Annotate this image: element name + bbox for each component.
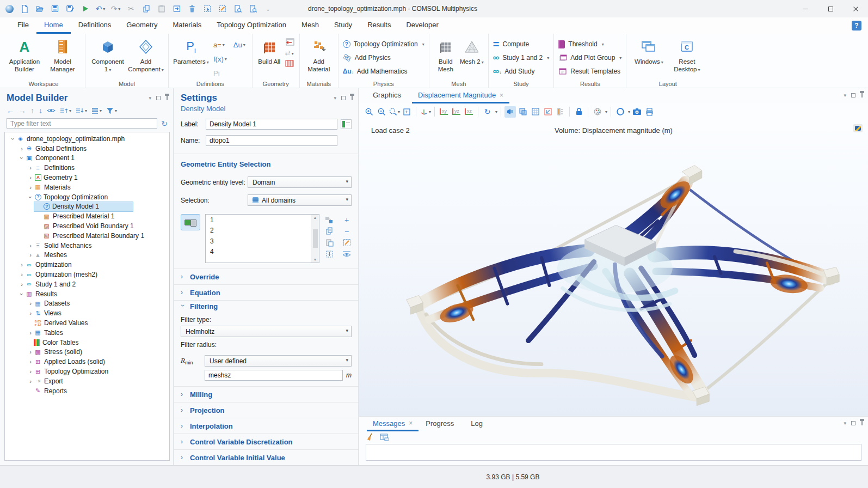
expand-arrow-icon[interactable]: ›	[27, 368, 34, 375]
tree-item[interactable]: ▩ Prescribed Material 1	[34, 211, 133, 221]
app-logo-icon[interactable]	[5, 5, 14, 13]
tree-item[interactable]: › ▦ Tables	[26, 328, 124, 338]
result-templates-button[interactable]: Result Templates	[558, 65, 621, 77]
nonlocal-couplings-button[interactable]: Δu▾	[233, 38, 245, 52]
save-as-icon[interactable]	[65, 4, 75, 14]
clear-messages-icon[interactable]	[367, 433, 374, 441]
back-icon[interactable]: ←	[7, 106, 14, 115]
ribbon-tab[interactable]: Mesh	[294, 17, 327, 34]
add-component-button[interactable]: Add Component▾	[128, 35, 164, 74]
tree-item[interactable]: › A Geometry 1	[26, 173, 124, 182]
graphics-tab[interactable]: Displacement Magnitude×	[412, 88, 509, 103]
find-icon[interactable]	[233, 4, 242, 14]
scene-light-icon[interactable]	[504, 106, 516, 118]
move-down-icon[interactable]: ↓	[39, 106, 42, 115]
mesh-2-button[interactable]: Mesh 2▾	[460, 35, 484, 65]
image-snapshot-icon[interactable]	[631, 106, 643, 118]
maximize-button[interactable]	[818, 0, 843, 17]
add-plot-group-button[interactable]: Add Plot Group▾	[558, 52, 621, 64]
label-input[interactable]	[206, 119, 337, 130]
selection-list[interactable]: 1234 ▲▼	[205, 214, 319, 263]
panel-menu-icon[interactable]: ▾	[149, 95, 151, 101]
settings-section-header[interactable]: › Equation	[174, 284, 358, 300]
selection-list-item[interactable]: 2	[206, 225, 319, 236]
collapse-all-icon[interactable]: ▾	[60, 107, 71, 114]
expand-arrow-icon[interactable]: ›	[27, 349, 34, 355]
threshold-button[interactable]: Threshold▾	[558, 38, 621, 50]
tree-item[interactable]: › ▥ Results	[17, 289, 115, 299]
build-all-button[interactable]: Build All	[257, 35, 282, 65]
expand-arrow-icon[interactable]: ›	[27, 252, 34, 258]
tree-item[interactable]: ▨ Prescribed Void Boundary 1	[34, 221, 140, 231]
selection-list-item[interactable]: 4	[206, 247, 319, 258]
tree-item[interactable]: › ? Topology Optimization	[26, 192, 124, 202]
delete-icon[interactable]	[187, 4, 196, 14]
expand-arrow-icon[interactable]: ›	[27, 194, 34, 200]
show-axis-icon[interactable]	[542, 106, 553, 118]
float-panel-icon[interactable]	[341, 96, 346, 100]
expand-arrow-icon[interactable]: ›	[27, 164, 34, 171]
tree-item[interactable]: › ▩ Stress (solid)	[26, 347, 124, 357]
tree-item[interactable]: › ≡ Definitions	[26, 163, 124, 173]
zoom-in-icon[interactable]	[364, 106, 375, 118]
pin-panel-icon[interactable]	[861, 93, 863, 97]
import-geometry-icon[interactable]	[284, 38, 295, 46]
show-grid-icon[interactable]	[530, 106, 541, 118]
settings-section-header[interactable]: › Control Variable Discretization	[174, 434, 358, 449]
active-toggle-button[interactable]	[181, 214, 200, 230]
ribbon-tab[interactable]: Topology Optimization	[209, 17, 294, 34]
expand-arrow-icon[interactable]: ›	[19, 155, 25, 161]
tree-item[interactable]: › ⊕ Global Definitions	[17, 144, 115, 154]
move-up-icon[interactable]: ↑	[30, 106, 34, 115]
list-scrollbar[interactable]: ▲▼	[311, 215, 319, 263]
tree-item[interactable]: Color Tables	[26, 338, 124, 347]
ribbon-tab[interactable]: Study	[327, 17, 360, 34]
filter-icon[interactable]: ▾	[106, 107, 117, 114]
go-to-view-icon[interactable]: ▾	[420, 106, 431, 118]
pin-panel-icon[interactable]	[861, 421, 863, 425]
tree-item[interactable]: ✎ Reports	[26, 386, 124, 396]
compute-button[interactable]: = Compute	[493, 38, 549, 50]
help-icon[interactable]	[852, 21, 861, 30]
close-tab-icon[interactable]: ×	[500, 91, 503, 99]
expand-arrow-icon[interactable]: ›	[19, 271, 25, 278]
tree-item[interactable]: › ⇥ Export	[26, 376, 124, 386]
select-node-icon[interactable]	[202, 4, 212, 14]
scroll-down-icon[interactable]: ▼	[313, 258, 317, 261]
show-selection-icon[interactable]	[342, 249, 352, 259]
tree-item[interactable]: › ⇅ Views	[26, 308, 124, 318]
variables-button[interactable]: a=▾	[213, 38, 227, 52]
tree-item[interactable]: ▧ Prescribed Material Boundary 1	[34, 231, 150, 241]
pin-panel-icon[interactable]	[167, 96, 168, 100]
float-panel-icon[interactable]	[851, 93, 855, 97]
zoom-out-icon[interactable]	[376, 106, 387, 118]
windows-button[interactable]: Windows▾	[631, 35, 667, 65]
refresh-icon[interactable]: ↻	[161, 119, 168, 128]
expand-all-icon[interactable]: ▾	[76, 107, 87, 114]
tree-item[interactable]: ? Density Model 1	[34, 202, 133, 212]
tree-item[interactable]: › Ξ Solid Mechanics	[26, 241, 124, 251]
scroll-thumb[interactable]	[313, 229, 318, 248]
expand-arrow-icon[interactable]: ›	[27, 174, 34, 181]
expand-arrow-icon[interactable]: ›	[27, 300, 34, 307]
float-panel-icon[interactable]	[851, 421, 855, 425]
toolbar-overflow-icon[interactable]: ⌄	[263, 4, 273, 14]
rename-icon[interactable]	[341, 119, 352, 129]
new-file-icon[interactable]	[20, 4, 29, 14]
ribbon-tab[interactable]: Results	[360, 17, 398, 34]
expand-arrow-icon[interactable]: ›	[27, 310, 34, 316]
minimize-button[interactable]	[793, 0, 818, 17]
expand-arrow-icon[interactable]: ›	[27, 330, 34, 336]
messages-output[interactable]	[366, 444, 861, 461]
work-plane-icon[interactable]	[285, 59, 294, 68]
selection-list-item[interactable]: 3	[206, 236, 319, 247]
save-icon[interactable]	[50, 4, 59, 14]
float-panel-icon[interactable]	[156, 96, 161, 100]
paste-selection-icon[interactable]	[324, 238, 334, 247]
settings-section-header[interactable]: › Interpolation	[174, 418, 358, 434]
move-node-icon[interactable]	[172, 4, 181, 14]
transparency-icon[interactable]	[517, 106, 528, 118]
open-in-table-icon[interactable]	[380, 434, 389, 441]
add-material-button[interactable]: Add Material	[304, 35, 334, 74]
view-yz-icon[interactable]: yz	[451, 106, 462, 118]
